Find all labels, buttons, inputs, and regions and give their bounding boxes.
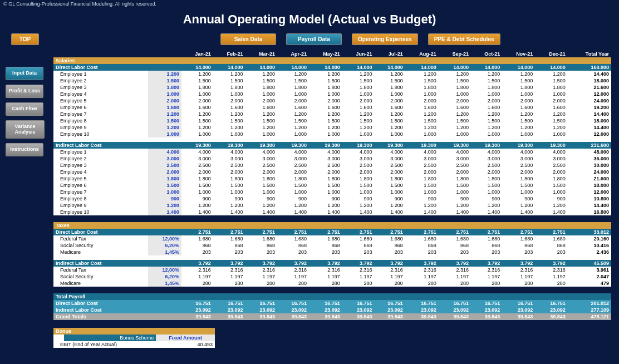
table-row: Employee 71.0001.0001.0001.0001.0001.000…	[53, 189, 611, 195]
row-month: 1.200	[535, 124, 567, 131]
operating-expenses-button[interactable]: Operating Expenses	[352, 33, 418, 45]
row-input[interactable]: 1.000	[148, 131, 181, 137]
row-month: 900	[535, 195, 567, 202]
bonus-scheme-value[interactable]: Fixed Amount	[156, 335, 215, 341]
copyright-text: © GL Consulting-Professional Financial M…	[0, 0, 619, 8]
row-input[interactable]: 1.800	[148, 84, 181, 91]
row-month: 2.500	[342, 162, 375, 169]
row-input[interactable]: 2.500	[148, 162, 181, 169]
section-month: 2.751	[277, 229, 309, 235]
row-input[interactable]: 12,00%	[148, 267, 181, 273]
section-month: 19.300	[502, 142, 535, 149]
row-input[interactable]: 1.800	[148, 175, 181, 182]
section-month: 39.843	[277, 313, 309, 320]
input-data-button[interactable]: Input Data	[6, 67, 43, 80]
row-input[interactable]: 1,45%	[148, 249, 181, 255]
row-input[interactable]: 1.200	[148, 124, 181, 131]
row-input[interactable]: 1.400	[148, 209, 181, 215]
row-month: 900	[471, 195, 502, 202]
row-month: 1.000	[439, 131, 471, 137]
section-month: 39.843	[535, 313, 567, 320]
row-month: 1.600	[374, 104, 405, 111]
sales-data-button[interactable]: Sales Data	[220, 33, 276, 45]
row-label: Employee 8	[53, 117, 148, 124]
row-year: 14.400	[568, 124, 611, 131]
row-month: 1.400	[245, 209, 277, 215]
row-month: 1.000	[181, 131, 213, 137]
row-month: 1.200	[502, 111, 535, 117]
row-month: 1.000	[502, 189, 535, 195]
row-input[interactable]: 1.200	[148, 71, 181, 77]
section-month: 19.300	[245, 142, 277, 149]
row-month: 1.200	[181, 71, 213, 77]
row-label: Employee 6	[53, 182, 148, 189]
table-row: Employee 23.0003.0003.0003.0003.0003.000…	[53, 155, 611, 162]
cash-flow-button[interactable]: Cash Flow	[6, 102, 43, 116]
row-input[interactable]: 1,45%	[148, 280, 181, 287]
row-input[interactable]: 4.000	[148, 149, 181, 155]
row-input[interactable]: 2.000	[148, 97, 181, 104]
section-month: 2.751	[245, 229, 277, 235]
row-month: 1.200	[439, 202, 471, 209]
row-input[interactable]: 1.600	[148, 104, 181, 111]
row-month: 203	[342, 249, 375, 255]
row-input[interactable]: 1.500	[148, 77, 181, 84]
row-input[interactable]: 1.200	[148, 202, 181, 209]
profit-loss-button[interactable]: Profit & Loss	[6, 85, 43, 98]
row-month: 1.400	[213, 209, 245, 215]
row-month: 1.500	[374, 182, 405, 189]
row-month: 1.400	[374, 209, 405, 215]
section-month: 23.092	[213, 307, 245, 313]
row-input[interactable]: 1.500	[148, 117, 181, 124]
table-row: Employee 52.0002.0002.0002.0002.0002.000…	[53, 97, 611, 104]
row-input[interactable]: 1.500	[148, 182, 181, 189]
row-month: 1.500	[502, 182, 535, 189]
row-month: 3.000	[309, 155, 342, 162]
section-month: 16.751	[342, 300, 375, 307]
row-month: 1.500	[213, 77, 245, 84]
row-input[interactable]: 900	[148, 195, 181, 202]
bonus-section: Bonus Bonus Scheme Fixed Amount EBIT (En…	[53, 328, 215, 348]
section-month: 23.092	[181, 307, 213, 313]
row-year: 2.436	[568, 249, 611, 255]
row-month: 4.000	[439, 149, 471, 155]
month-header: Apr-21	[277, 51, 309, 57]
row-month: 900	[374, 195, 405, 202]
row-month: 1.000	[471, 131, 502, 137]
row-input[interactable]: 6,20%	[148, 242, 181, 249]
row-input[interactable]: 3.000	[148, 155, 181, 162]
ppe-debt-button[interactable]: PPE & Debt Schedules	[428, 33, 500, 45]
row-month: 1.400	[181, 209, 213, 215]
row-label: Employee 10	[53, 131, 148, 137]
row-input[interactable]: 2.000	[148, 169, 181, 175]
variance-analysis-button[interactable]: Variance Analysis	[6, 120, 45, 139]
row-input[interactable]: 6,20%	[148, 273, 181, 280]
section-month: 16.751	[245, 300, 277, 307]
section-year: 231.600	[568, 142, 611, 149]
row-label: Social Security	[53, 242, 148, 249]
payroll-data-button[interactable]: Payroll Data	[286, 33, 342, 45]
row-input[interactable]: 1.000	[148, 189, 181, 195]
row-month: 1.200	[309, 202, 342, 209]
row-month: 1.000	[181, 91, 213, 97]
row-input[interactable]: 12,00%	[148, 235, 181, 242]
row-input[interactable]: 1.000	[148, 91, 181, 97]
row-month: 1.200	[213, 202, 245, 209]
row-month: 1.000	[342, 189, 375, 195]
table-row: Medicare1,45%280280280280280280280280280…	[53, 280, 611, 287]
row-month: 868	[213, 242, 245, 249]
row-month: 1.500	[439, 77, 471, 84]
row-month: 1.800	[535, 175, 567, 182]
row-month: 280	[181, 280, 213, 287]
top-button[interactable]: TOP	[11, 33, 39, 45]
row-month: 1.200	[405, 111, 439, 117]
section-month: 3.792	[439, 260, 471, 267]
row-month: 1.200	[245, 124, 277, 131]
row-month: 4.000	[502, 149, 535, 155]
row-month: 1.500	[471, 77, 502, 84]
table-row: Employee 91.2001.2001.2001.2001.2001.200…	[53, 124, 611, 131]
row-month: 1.000	[439, 91, 471, 97]
row-label: Employee 3	[53, 162, 148, 169]
instructions-button[interactable]: Instructions	[6, 143, 43, 156]
row-input[interactable]: 1.200	[148, 111, 181, 117]
